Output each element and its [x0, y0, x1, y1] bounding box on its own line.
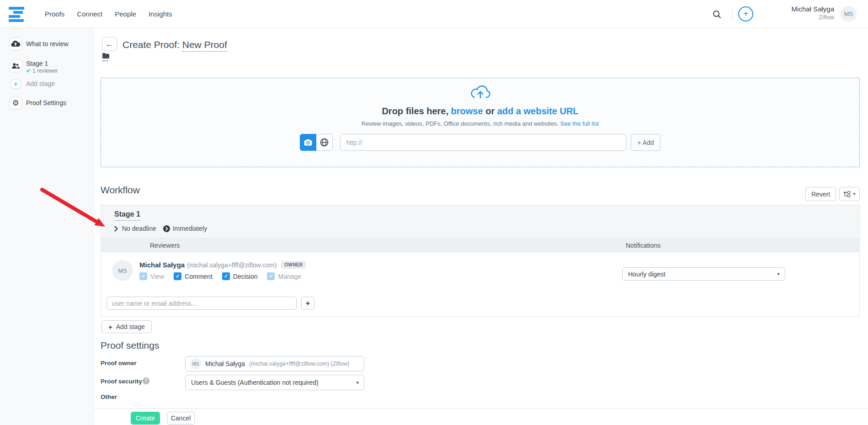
nav-item-people[interactable]: People — [115, 10, 136, 18]
folder-dash-underline — [102, 60, 108, 61]
nav-item-proofs[interactable]: Proofs — [45, 10, 64, 18]
back-button[interactable]: ← — [102, 37, 117, 51]
reviewers-table-header: Reviewers Notifications — [101, 238, 859, 252]
proof-security-value: Users & Guests (Authentication not requi… — [191, 379, 319, 386]
other-section-label: Other — [101, 393, 117, 400]
stage-deadline[interactable]: No deadline — [122, 225, 156, 232]
nav-divider — [732, 8, 733, 20]
folder-select-button[interactable] — [102, 53, 109, 58]
checkbox-comment[interactable]: ✓ — [174, 272, 181, 280]
add-url-button[interactable]: + Add — [631, 134, 660, 151]
sidebar-item-stage-1[interactable]: Stage 1 — [26, 60, 48, 67]
stage-panel: Stage 1 No deadline Immediately Reviewer… — [101, 205, 860, 317]
proof-owner-field[interactable]: MS Michał Sałyga (michal.salyga+ffff@zif… — [185, 356, 364, 372]
create-button[interactable]: Create — [131, 412, 160, 425]
plus-icon: + — [743, 9, 749, 19]
globe-icon — [320, 138, 329, 147]
cancel-button[interactable]: Cancel — [167, 412, 195, 425]
reviewer-name: Michał Sałyga — [139, 261, 185, 269]
chevron-right-icon[interactable] — [114, 226, 118, 232]
footer-bar: Create Cancel — [94, 409, 868, 425]
gear-icon: ⚙ — [12, 99, 19, 107]
check-icon: ✔ — [26, 68, 31, 74]
sidebar-item-what-to-review[interactable]: What to review — [26, 40, 69, 48]
permission-manage[interactable]: ✓ Manage — [267, 272, 301, 280]
play-circle-icon — [163, 225, 170, 232]
reviewer-row: MS Michał Sałyga (michal.salyga+ffff@zif… — [101, 252, 859, 296]
folder-icon — [102, 53, 109, 58]
proof-security-label: Proof security — [101, 378, 142, 385]
sidebar-item-proof-settings[interactable]: Proof Settings — [26, 99, 66, 106]
add-reviewer-row: + — [107, 297, 314, 310]
user-org: Ziflow — [792, 14, 834, 21]
checkbox-view[interactable]: ✓ — [139, 272, 147, 280]
sidebar-item-add-stage[interactable]: Add stage — [26, 80, 55, 87]
create-new-button[interactable]: + — [738, 6, 753, 21]
plus-icon: + — [306, 299, 310, 308]
revert-button[interactable]: Revert — [805, 187, 836, 201]
file-dropzone[interactable]: Drop files here, browse or add a website… — [101, 78, 860, 167]
reviewer-avatar: MS — [112, 260, 133, 281]
nav-item-insights[interactable]: Insights — [149, 10, 172, 18]
notification-value: Hourly digest — [628, 271, 666, 278]
workflow-preset-button[interactable]: ▾ — [839, 187, 860, 201]
owner-detail: (michal.salyga+ffff@ziflow.com) (Ziflow) — [249, 361, 349, 367]
see-full-list-link[interactable]: See the full list — [560, 120, 599, 127]
search-icon[interactable] — [709, 6, 724, 22]
nav-item-connect[interactable]: Connect — [77, 10, 102, 18]
reviewers-icon — [11, 63, 20, 69]
website-toggle-button[interactable] — [316, 134, 333, 151]
stage-start-trigger[interactable]: Immediately — [173, 225, 207, 232]
user-avatar[interactable]: MS — [841, 6, 857, 22]
stage-name-editable[interactable]: Stage 1 — [114, 210, 140, 221]
permission-row: ✓ View ✓ Comment ✓ Decision ✓ Manage — [139, 272, 301, 280]
dropzone-subtext: Review images, videos, PDFs, Office docu… — [362, 120, 599, 127]
sidebar-add-stage-button[interactable]: + — [11, 79, 21, 89]
url-input-row: + Add — [300, 134, 660, 151]
reviewer-email: (michal.salyga+ffff@ziflow.com) — [187, 261, 277, 269]
permission-decision[interactable]: ✓ Decision — [222, 272, 258, 280]
checkbox-manage[interactable]: ✓ — [267, 272, 275, 280]
main-nav: Proofs Connect People Insights — [45, 0, 172, 28]
stage-meta-row: No deadline Immediately — [114, 225, 859, 232]
proof-settings-title: Proof settings — [101, 340, 159, 351]
sidebar: What to review Stage 1 ✔1 reviewer + Add… — [0, 28, 94, 425]
chevron-down-icon: ▾ — [356, 380, 359, 386]
camera-icon — [304, 139, 312, 146]
owner-badge: OWNER — [281, 261, 306, 269]
plus-icon: + — [14, 80, 18, 87]
add-website-url-link[interactable]: add a website URL — [497, 106, 579, 116]
sidebar-stage-1-status: ✔1 reviewer — [26, 68, 58, 74]
workflow-section-title: Workflow — [101, 185, 140, 196]
proof-owner-label: Proof owner — [101, 360, 137, 367]
page-title: Create Proof: New Proof — [122, 39, 227, 50]
proof-security-select[interactable]: Users & Guests (Authentication not requi… — [185, 375, 364, 390]
sidebar-proof-settings-button[interactable]: ⚙ — [9, 96, 22, 109]
notification-select[interactable]: Hourly digest ▾ — [622, 267, 785, 281]
stage-header: Stage 1 No deadline Immediately — [101, 205, 859, 238]
owner-name: Michał Sałyga — [205, 360, 245, 367]
workflow-tree-icon — [843, 191, 851, 197]
sidebar-stage-1-button[interactable] — [9, 59, 22, 72]
add-reviewer-input[interactable] — [107, 297, 297, 310]
column-header-reviewers: Reviewers — [150, 242, 180, 249]
ziflow-logo-icon[interactable] — [8, 5, 26, 23]
checkbox-decision[interactable]: ✓ — [222, 272, 230, 280]
user-menu[interactable]: Michał Sałyga Ziflow — [792, 5, 834, 21]
help-question-icon[interactable]: ? — [143, 377, 149, 384]
dropzone-heading: Drop files here, browse or add a website… — [382, 106, 578, 117]
permission-comment[interactable]: ✓ Comment — [174, 272, 213, 280]
add-stage-button[interactable]: + Add stage — [101, 320, 152, 333]
chevron-down-icon: ▾ — [777, 271, 780, 277]
camera-toggle-button[interactable] — [300, 134, 316, 151]
browse-link[interactable]: browse — [451, 106, 483, 116]
owner-avatar: MS — [190, 358, 201, 369]
reviewer-name-line: Michał Sałyga (michal.salyga+ffff@ziflow… — [139, 261, 306, 269]
permission-view[interactable]: ✓ View — [139, 272, 164, 280]
chevron-down-icon: ▾ — [853, 191, 856, 197]
sidebar-what-to-review-button[interactable] — [9, 37, 22, 50]
top-nav: Proofs Connect People Insights + Michał … — [0, 0, 868, 28]
website-url-input[interactable] — [340, 134, 626, 151]
proof-name-editable[interactable]: New Proof — [182, 39, 227, 52]
add-reviewer-button[interactable]: + — [301, 297, 314, 310]
